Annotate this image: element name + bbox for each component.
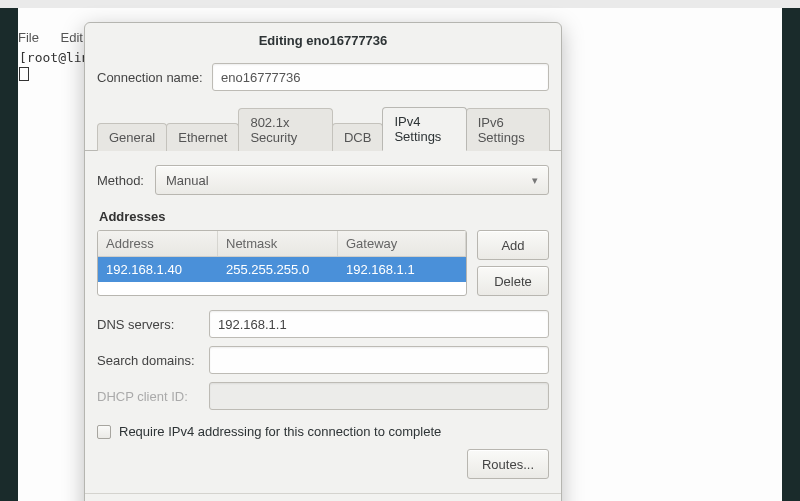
tab-ipv4-settings[interactable]: IPv4 Settings bbox=[382, 107, 466, 151]
tabs: General Ethernet 802.1x Security DCB IPv… bbox=[85, 94, 561, 151]
tab-dcb[interactable]: DCB bbox=[332, 123, 383, 151]
delete-button[interactable]: Delete bbox=[477, 266, 549, 296]
col-netmask[interactable]: Netmask bbox=[218, 231, 338, 256]
connection-name-input[interactable] bbox=[212, 63, 549, 91]
require-ipv4-checkbox[interactable] bbox=[97, 425, 111, 439]
col-address[interactable]: Address bbox=[98, 231, 218, 256]
search-domains-label: Search domains: bbox=[97, 353, 209, 368]
tab-ipv6-settings[interactable]: IPv6 Settings bbox=[466, 108, 550, 151]
cell-address[interactable]: 192.168.1.40 bbox=[98, 257, 218, 282]
col-gateway[interactable]: Gateway bbox=[338, 231, 466, 256]
terminal-cursor bbox=[19, 67, 29, 81]
cell-gateway[interactable]: 192.168.1.1 bbox=[338, 257, 466, 282]
dialog-footer: Cancel Save... bbox=[85, 493, 561, 501]
network-connection-dialog: Editing eno16777736 Connection name: Gen… bbox=[84, 22, 562, 501]
tab-general[interactable]: General bbox=[97, 123, 167, 151]
tab-8021x-security[interactable]: 802.1x Security bbox=[238, 108, 333, 151]
tab-ethernet[interactable]: Ethernet bbox=[166, 123, 239, 151]
addresses-header: Address Netmask Gateway bbox=[98, 231, 466, 257]
method-combobox[interactable]: Manual ▾ bbox=[155, 165, 549, 195]
desktop-left-strip bbox=[0, 8, 18, 501]
desktop-right-strip bbox=[782, 8, 800, 501]
dialog-title: Editing eno16777736 bbox=[85, 23, 561, 60]
top-panel bbox=[0, 0, 800, 8]
connection-name-label: Connection name: bbox=[97, 70, 212, 85]
method-value: Manual bbox=[166, 173, 209, 188]
search-domains-input[interactable] bbox=[209, 346, 549, 374]
method-label: Method: bbox=[97, 173, 155, 188]
dhcp-client-id-input bbox=[209, 382, 549, 410]
dns-servers-input[interactable] bbox=[209, 310, 549, 338]
dhcp-client-id-label: DHCP client ID: bbox=[97, 389, 209, 404]
terminal-menu-file[interactable]: File bbox=[18, 30, 39, 45]
addresses-table[interactable]: Address Netmask Gateway 192.168.1.40 255… bbox=[97, 230, 467, 296]
terminal-menu-edit[interactable]: Edit bbox=[61, 30, 83, 45]
add-button[interactable]: Add bbox=[477, 230, 549, 260]
routes-button[interactable]: Routes... bbox=[467, 449, 549, 479]
require-ipv4-label: Require IPv4 addressing for this connect… bbox=[119, 424, 441, 439]
cell-netmask[interactable]: 255.255.255.0 bbox=[218, 257, 338, 282]
addresses-label: Addresses bbox=[99, 209, 549, 224]
terminal-prompt: [root@lin bbox=[19, 50, 89, 65]
tab-body-ipv4: Method: Manual ▾ Addresses Address Netma… bbox=[85, 151, 561, 493]
address-row-selected[interactable]: 192.168.1.40 255.255.255.0 192.168.1.1 bbox=[98, 257, 466, 282]
chevron-down-icon: ▾ bbox=[532, 174, 538, 187]
dns-servers-label: DNS servers: bbox=[97, 317, 209, 332]
